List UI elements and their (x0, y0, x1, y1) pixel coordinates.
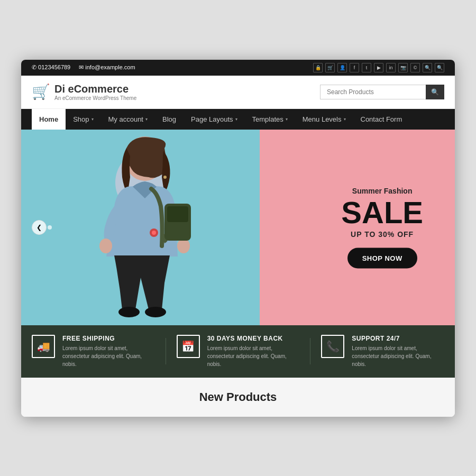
svg-point-3 (177, 239, 190, 253)
top-bar-right: 🔒 🛒 👤 f t ▶ in 📷 © 🔍 🔍 (313, 63, 444, 72)
return-title: 30 DAYS MONEY BACK (207, 335, 300, 342)
logo[interactable]: 🛒 Di eCommerce An eCommerce WordPress Th… (32, 83, 136, 101)
templates-arrow: ▾ (286, 117, 288, 122)
return-desc: Lorem ipsum dolor sit amet, consectetur … (207, 344, 300, 368)
feature-support: 📞 SUPPORT 24/7 Lorem ipsum dolor sit ame… (321, 335, 444, 368)
search-button[interactable]: 🔍 (426, 85, 444, 99)
nav-menu-levels[interactable]: Menu Levels ▾ (295, 109, 353, 130)
support-text: SUPPORT 24/7 Lorem ipsum dolor sit amet,… (352, 335, 444, 368)
hero-text: Summer Fashion SALE UP TO 30% OFF SHOP N… (341, 186, 423, 268)
hero-headline: SALE (341, 197, 423, 227)
site-title: Di eCommerce (54, 83, 136, 95)
search-input[interactable] (320, 85, 426, 99)
hero-section: ❮ Summer Fashion SALE UP TO 30% OFF SHOP… (21, 130, 455, 325)
svg-rect-5 (167, 206, 188, 222)
nav-home[interactable]: Home (32, 109, 66, 130)
shipping-desc: Lorem ipsum dolor sit amet, consectetur … (62, 344, 155, 368)
youtube-icon[interactable]: ▶ (374, 63, 383, 72)
new-products-section: New Products (21, 378, 455, 417)
logo-text: Di eCommerce An eCommerce WordPress Them… (54, 83, 136, 101)
copyright-icon[interactable]: © (410, 63, 420, 72)
shop-arrow: ▾ (91, 117, 94, 122)
slider-prev-arrow[interactable]: ❮ (32, 220, 47, 235)
svg-point-2 (99, 239, 112, 253)
nav-shop[interactable]: Shop ▾ (66, 109, 100, 130)
return-icon: 📅 (177, 335, 200, 358)
search-bar: 🔍 (320, 85, 444, 99)
menu-arrow: ▾ (344, 117, 346, 122)
hero-person (21, 130, 281, 325)
top-bar-left: ✆ 0123456789 ✉ info@example.com (32, 64, 135, 71)
new-products-title: New Products (21, 390, 455, 404)
account-arrow: ▾ (145, 117, 148, 122)
support-desc: Lorem ipsum dolor sit amet, consectetur … (352, 344, 444, 368)
support-icon: 📞 (321, 335, 344, 358)
email-label: ✉ info@example.com (79, 64, 135, 71)
feature-return: 📅 30 DAYS MONEY BACK Lorem ipsum dolor s… (177, 335, 300, 368)
browser-frame: ✆ 0123456789 ✉ info@example.com 🔒 🛒 👤 f … (21, 60, 455, 417)
shipping-icon: 🚚 (32, 335, 55, 358)
top-bar: ✆ 0123456789 ✉ info@example.com 🔒 🛒 👤 f … (21, 60, 455, 76)
nav-page-layouts[interactable]: Page Layouts ▾ (184, 109, 245, 130)
user-icon[interactable]: 👤 (337, 63, 347, 72)
feature-shipping: 🚚 FREE SHIPPING Lorem ipsum dolor sit am… (32, 335, 155, 368)
linkedin-icon[interactable]: in (386, 63, 396, 72)
svg-point-10 (163, 176, 167, 179)
phone-label: ✆ 0123456789 (32, 64, 70, 71)
feature-divider-1 (166, 338, 166, 364)
nav-blog[interactable]: Blog (155, 109, 184, 130)
site-header: 🛒 Di eCommerce An eCommerce WordPress Th… (21, 76, 455, 109)
nav-my-account[interactable]: My account ▾ (101, 109, 155, 130)
slider-dot[interactable] (48, 225, 52, 230)
hero-tag: Summer Fashion (341, 186, 423, 195)
lock-icon[interactable]: 🔒 (313, 63, 323, 72)
facebook-icon[interactable]: f (350, 63, 359, 72)
cart-logo-icon: 🛒 (32, 83, 50, 100)
nav-contact[interactable]: Contact Form (353, 109, 410, 130)
navbar: Home Shop ▾ My account ▾ Blog Page Layou… (21, 109, 455, 130)
support-title: SUPPORT 24/7 (352, 335, 444, 342)
instagram-icon[interactable]: 📷 (398, 63, 408, 72)
shipping-text: FREE SHIPPING Lorem ipsum dolor sit amet… (62, 335, 155, 368)
search-icon-1[interactable]: 🔍 (423, 63, 432, 72)
shipping-title: FREE SHIPPING (62, 335, 155, 342)
search-icon-2[interactable]: 🔍 (435, 63, 444, 72)
svg-point-6 (118, 307, 140, 317)
layouts-arrow: ▾ (235, 117, 237, 122)
return-text: 30 DAYS MONEY BACK Lorem ipsum dolor sit… (207, 335, 300, 368)
nav-templates[interactable]: Templates ▾ (245, 109, 295, 130)
shop-now-button[interactable]: SHOP NOW (347, 248, 417, 268)
feature-divider-2 (310, 338, 310, 364)
cart-icon[interactable]: 🛒 (325, 63, 335, 72)
svg-point-7 (145, 307, 166, 317)
features-bar: 🚚 FREE SHIPPING Lorem ipsum dolor sit am… (21, 325, 455, 378)
hero-discount: UP TO 30% OFF (341, 230, 423, 238)
svg-point-9 (152, 231, 156, 235)
twitter-icon[interactable]: t (362, 63, 371, 72)
site-subtitle: An eCommerce WordPress Theme (54, 95, 136, 101)
